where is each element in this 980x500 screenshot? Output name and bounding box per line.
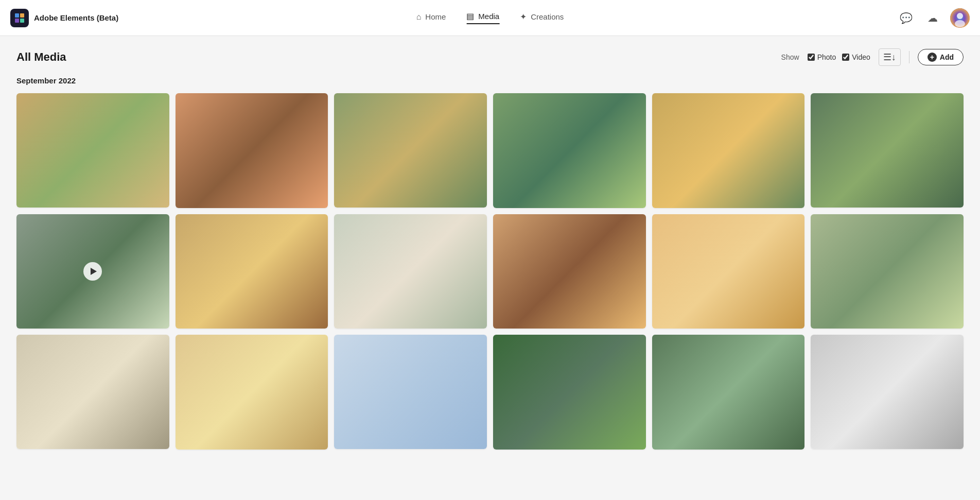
plus-icon: + xyxy=(927,53,937,62)
app-logo[interactable]: Adobe Elements (Beta) xyxy=(10,9,118,27)
media-card-m10[interactable] xyxy=(493,214,646,329)
cloud-icon: ☁ xyxy=(927,12,938,24)
media-card-m11[interactable] xyxy=(652,214,805,329)
nav-home-label: Home xyxy=(425,12,446,21)
video-filter[interactable]: Video xyxy=(842,53,870,61)
media-card-m18[interactable] xyxy=(811,335,964,449)
svg-rect-1 xyxy=(20,13,24,18)
nav-media-label: Media xyxy=(478,12,499,21)
media-card-m8[interactable] xyxy=(176,214,328,329)
media-grid-row2 xyxy=(16,214,964,329)
media-card-m13[interactable] xyxy=(16,335,169,449)
photo-filter[interactable]: Photo xyxy=(808,53,836,61)
media-card-m17[interactable] xyxy=(652,335,805,450)
app-title: Adobe Elements (Beta) xyxy=(34,13,118,22)
add-button[interactable]: + Add xyxy=(918,49,964,65)
media-card-m1[interactable] xyxy=(16,93,169,208)
media-card-m12[interactable] xyxy=(811,214,964,329)
main-content: All Media Show Photo Video ☰↓ + Add xyxy=(0,36,980,468)
home-icon: ⌂ xyxy=(416,12,422,22)
media-card-m6[interactable] xyxy=(811,93,964,208)
media-card-m2[interactable] xyxy=(176,93,328,208)
video-checkbox[interactable] xyxy=(842,54,849,61)
photo-filter-label: Photo xyxy=(817,53,836,61)
nav-creations-label: Creations xyxy=(531,12,564,21)
toolbar-right: Show Photo Video ☰↓ + Add xyxy=(781,48,964,66)
add-label: Add xyxy=(940,53,954,61)
svg-point-5 xyxy=(957,13,963,19)
cloud-button[interactable]: ☁ xyxy=(923,9,942,27)
sort-icon: ☰↓ xyxy=(883,51,896,63)
nav-media[interactable]: ▤ Media xyxy=(466,11,499,24)
nav-home[interactable]: ⌂ Home xyxy=(416,12,446,24)
nav-creations[interactable]: ✦ Creations xyxy=(520,12,564,24)
media-card-m4[interactable] xyxy=(493,93,646,208)
photo-checkbox[interactable] xyxy=(808,54,815,61)
media-card-m16[interactable] xyxy=(493,335,646,450)
messages-button[interactable]: 💬 xyxy=(897,9,915,27)
media-icon: ▤ xyxy=(466,11,474,21)
app-header: Adobe Elements (Beta) ⌂ Home ▤ Media ✦ C… xyxy=(0,0,980,36)
filter-checkboxes: Photo Video xyxy=(808,53,870,61)
media-grid-row3 xyxy=(16,335,964,450)
media-card-m9[interactable] xyxy=(334,214,487,329)
sort-button[interactable]: ☰↓ xyxy=(879,48,901,66)
logo-icon xyxy=(10,9,29,27)
messages-icon: 💬 xyxy=(900,12,913,24)
media-card-m5[interactable] xyxy=(652,93,805,208)
media-card-m3[interactable] xyxy=(334,93,487,208)
media-toolbar: All Media Show Photo Video ☰↓ + Add xyxy=(16,48,964,66)
svg-rect-0 xyxy=(15,13,19,18)
video-filter-label: Video xyxy=(852,53,870,61)
svg-point-6 xyxy=(955,20,965,27)
user-avatar[interactable] xyxy=(950,8,970,28)
video-play-icon xyxy=(83,262,102,281)
media-card-m14[interactable] xyxy=(176,335,328,450)
main-nav: ⌂ Home ▤ Media ✦ Creations xyxy=(416,11,564,24)
section-date: September 2022 xyxy=(16,76,964,85)
creations-icon: ✦ xyxy=(520,12,527,22)
svg-rect-3 xyxy=(20,19,24,23)
show-label: Show xyxy=(781,53,799,61)
page-title: All Media xyxy=(16,50,66,64)
svg-rect-2 xyxy=(15,19,19,23)
media-card-m15[interactable] xyxy=(334,335,487,449)
toolbar-divider xyxy=(909,51,909,63)
header-actions: 💬 ☁ xyxy=(897,8,970,28)
media-card-m7[interactable] xyxy=(16,214,169,329)
media-grid-row1 xyxy=(16,93,964,208)
